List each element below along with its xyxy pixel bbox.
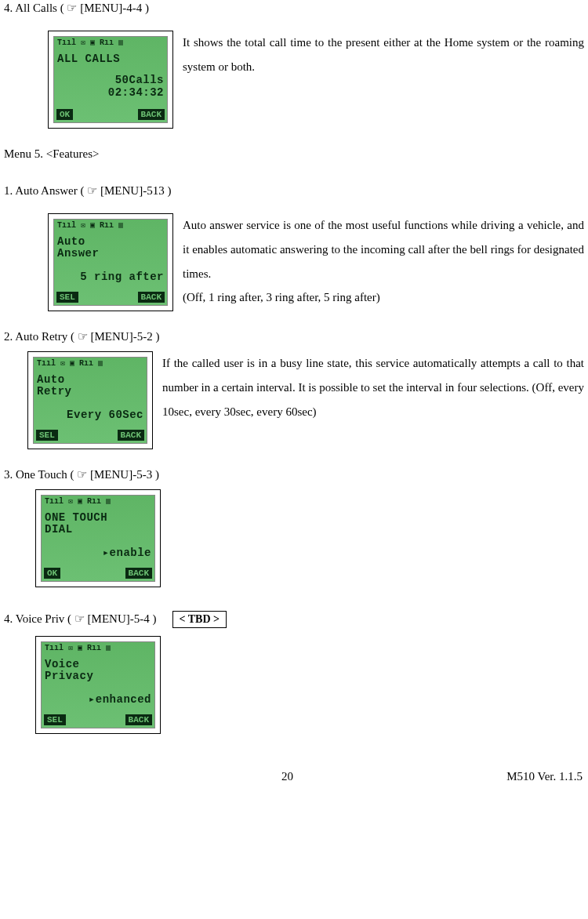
- lcd-value: Every 60Sec: [37, 405, 143, 426]
- softkey-right: BACK: [138, 109, 165, 120]
- all-calls-block: Tııl ✉ ▣ Rıı ▥ ALL CALLS 50Calls 02:34:3…: [4, 31, 584, 129]
- auto-answer-description: Auto answer service is one of the most u…: [183, 213, 584, 310]
- softkey-left: OK: [56, 109, 73, 120]
- lcd-inner: Tııl ✉ ▣ Rıı ▥ Voice Privacy ▸enhanced S…: [41, 641, 155, 728]
- softkey-left: SEL: [44, 714, 66, 725]
- section-title-all-calls: 4. All Calls ( ☞ [MENU]-4-4 ): [4, 0, 584, 16]
- lcd-line4: 02:34:32: [57, 82, 164, 104]
- desc-text-2: (Off, 1 ring after, 3 ring after, 5 ring…: [183, 291, 380, 303]
- lcd-line2: Retry: [37, 381, 72, 402]
- section-title-auto-retry: 2. Auto Retry ( ☞ [MENU]-5-2 ): [4, 329, 584, 345]
- lcd-inner: Tııl ✉ ▣ Rıı ▥ Auto Answer 5 ring after …: [53, 219, 168, 306]
- lcd-value: ▸enable: [45, 543, 151, 564]
- lcd-screen-auto-answer: Tııl ✉ ▣ Rıı ▥ Auto Answer 5 ring after …: [48, 213, 173, 311]
- lcd-status-bar: Tııl ✉ ▣ Rıı ▥: [42, 496, 154, 507]
- auto-answer-block: Tııl ✉ ▣ Rıı ▥ Auto Answer 5 ring after …: [4, 213, 584, 311]
- section-title-auto-answer: 1. Auto Answer ( ☞ [MENU]-513 ): [4, 183, 584, 199]
- one-touch-block: Tııl ✉ ▣ Rıı ▥ ONE TOUCH DIAL ▸enable OK…: [4, 489, 584, 587]
- lcd-status-icons: Tııl ✉ ▣ Rıı ▥: [37, 358, 103, 368]
- softkey-right: BACK: [125, 714, 152, 725]
- desc-text-1: Auto answer service is one of the most u…: [183, 219, 584, 280]
- lcd-softkeys: SEL BACK: [36, 430, 144, 441]
- lcd-line2: Answer: [57, 243, 99, 264]
- softkey-left: SEL: [56, 292, 78, 303]
- lcd-inner: Tııl ✉ ▣ Rıı ▥ Auto Retry Every 60Sec SE…: [33, 357, 147, 444]
- voice-priv-block: Tııl ✉ ▣ Rıı ▥ Voice Privacy ▸enhanced S…: [4, 636, 584, 734]
- lcd-line1: ALL CALLS: [57, 49, 120, 70]
- lcd-status-icons: Tııl ✉ ▣ Rıı ▥: [45, 496, 111, 506]
- lcd-softkeys: OK BACK: [44, 568, 152, 579]
- lcd-softkeys: OK BACK: [56, 109, 165, 120]
- footer-version: M510 Ver. 1.1.5: [506, 765, 583, 788]
- lcd-screen-all-calls: Tııl ✉ ▣ Rıı ▥ ALL CALLS 50Calls 02:34:3…: [48, 31, 173, 129]
- lcd-inner: Tııl ✉ ▣ Rıı ▥ ALL CALLS 50Calls 02:34:3…: [53, 36, 168, 123]
- section-title-voice-priv-row: 4. Voice Priv ( ☞ [MENU]-5-4 ) < TBD >: [4, 611, 584, 628]
- section-title-voice-priv: 4. Voice Priv ( ☞ [MENU]-5-4 ): [4, 611, 157, 627]
- softkey-left: OK: [44, 568, 60, 579]
- lcd-status-bar: Tııl ✉ ▣ Rıı ▥: [34, 358, 147, 369]
- lcd-status-bar: Tııl ✉ ▣ Rıı ▥: [54, 37, 167, 48]
- footer-page-number: 20: [68, 765, 506, 788]
- lcd-softkeys: SEL BACK: [44, 714, 152, 725]
- lcd-softkeys: SEL BACK: [56, 292, 165, 303]
- lcd-screen-voice-priv: Tııl ✉ ▣ Rıı ▥ Voice Privacy ▸enhanced S…: [35, 636, 161, 734]
- lcd-status-icons: Tııl ✉ ▣ Rıı ▥: [57, 220, 123, 230]
- lcd-status-bar: Tııl ✉ ▣ Rıı ▥: [54, 220, 167, 231]
- page-footer: 20 M510 Ver. 1.1.5: [4, 765, 584, 788]
- all-calls-description: It shows the total call time to the pres…: [183, 31, 584, 79]
- lcd-status-icons: Tııl ✉ ▣ Rıı ▥: [45, 643, 111, 652]
- lcd-inner: Tııl ✉ ▣ Rıı ▥ ONE TOUCH DIAL ▸enable OK…: [41, 495, 155, 582]
- section-title-one-touch: 3. One Touch ( ☞ [MENU]-5-3 ): [4, 467, 584, 483]
- lcd-screen-one-touch: Tııl ✉ ▣ Rıı ▥ ONE TOUCH DIAL ▸enable OK…: [35, 489, 161, 587]
- lcd-line2: Privacy: [45, 666, 93, 687]
- softkey-right: BACK: [118, 430, 144, 441]
- lcd-status-bar: Tııl ✉ ▣ Rıı ▥: [42, 642, 154, 653]
- tbd-badge: < TBD >: [172, 611, 227, 628]
- lcd-value: ▸enhanced: [45, 689, 151, 710]
- softkey-right: BACK: [125, 568, 152, 579]
- softkey-right: BACK: [138, 292, 165, 303]
- softkey-left: SEL: [36, 430, 58, 441]
- lcd-line2: DIAL: [45, 519, 73, 540]
- auto-retry-block: Tııl ✉ ▣ Rıı ▥ Auto Retry Every 60Sec SE…: [4, 351, 584, 449]
- lcd-status-icons: Tııl ✉ ▣ Rıı ▥: [57, 38, 123, 47]
- menu5-heading: Menu 5. <Features>: [4, 146, 584, 162]
- auto-retry-description: If the called user is in a busy line sta…: [162, 351, 584, 423]
- lcd-value: 5 ring after: [57, 267, 164, 288]
- lcd-screen-auto-retry: Tııl ✉ ▣ Rıı ▥ Auto Retry Every 60Sec SE…: [27, 351, 153, 449]
- footer-left-spacer: [5, 765, 68, 788]
